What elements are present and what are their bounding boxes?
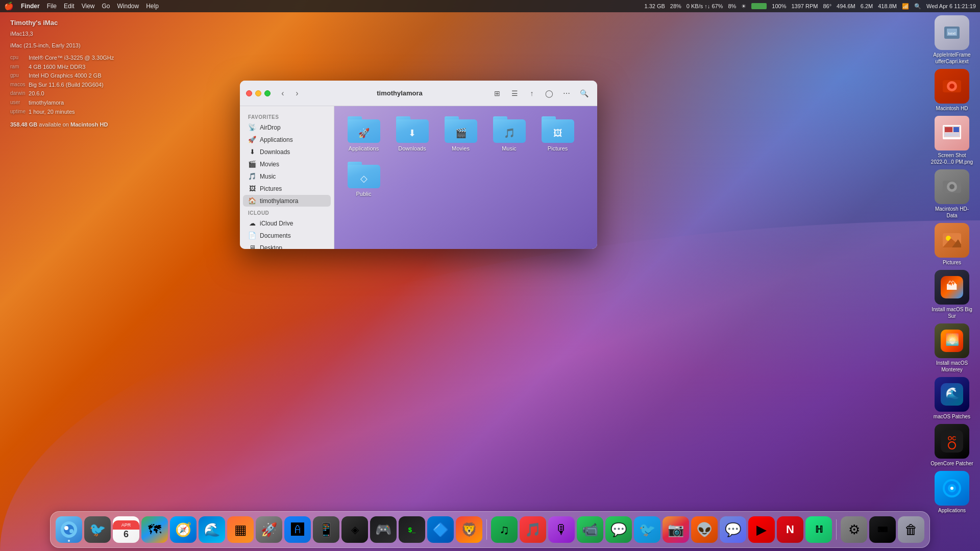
back-button[interactable]: ‹ <box>277 87 289 99</box>
sidebar-item-timothylamora-label: timothylamora <box>260 197 298 205</box>
sidebar-item-pictures[interactable]: 🖼 Pictures <box>243 183 331 194</box>
dock-trash[interactable]: 🗑 <box>898 516 924 543</box>
dock-discord[interactable]: 💬 <box>720 516 746 543</box>
dock-instagram[interactable]: 📷 <box>663 516 689 543</box>
dock-launchpad[interactable]: 🚀 <box>256 516 282 543</box>
dock-maps[interactable]: 🗺 <box>141 516 168 543</box>
sidebar-item-icloud-label: iCloud Drive <box>260 220 293 227</box>
folder-public-label: Public <box>356 191 372 197</box>
dock-safari[interactable]: 🧭 <box>170 516 197 543</box>
menubar-stats: 1.32 GB <box>644 3 665 9</box>
menubar-help[interactable]: Help <box>146 3 159 10</box>
desktop-icon-install-big-sur[interactable]: 🏔 Install macOS BigSur <box>929 270 975 319</box>
folder-public[interactable]: ◇ Public <box>345 162 383 197</box>
menubar-view[interactable]: View <box>82 3 95 10</box>
desktop-icon-screenshot[interactable]: Screen Shot2022-0...0 PM.png <box>929 116 975 165</box>
dock-reddit[interactable]: 👽 <box>691 516 718 543</box>
menubar-brightness[interactable]: ☀ <box>741 3 746 10</box>
dock-system-preferences[interactable]: ⚙ <box>841 516 867 543</box>
forward-button[interactable]: › <box>291 87 303 99</box>
folder-applications-label: Applications <box>349 145 379 152</box>
dock-twitter[interactable]: 🐦 <box>634 516 660 543</box>
desktop-icon-install-monterey[interactable]: 🌅 Install macOSMonterey <box>929 323 975 373</box>
svg-text:🌊: 🌊 <box>945 386 960 400</box>
dock-podcast[interactable]: 🎙 <box>548 516 575 543</box>
folder-pictures-icon: 🖼 <box>542 116 574 143</box>
dock-messages[interactable]: 💬 <box>605 516 632 543</box>
view-list-button[interactable]: ☰ <box>507 87 522 99</box>
pictures-folder-inner-icon: 🖼 <box>553 128 562 139</box>
dock-appstore[interactable]: 🅰 <box>284 516 311 543</box>
folder-applications[interactable]: 🚀 Applications <box>345 116 383 152</box>
desktop-icon-macintosh-hd[interactable]: Macintosh HD <box>929 69 975 112</box>
dock-netflix[interactable]: N <box>777 516 803 543</box>
dock-edge[interactable]: 🌊 <box>199 516 225 543</box>
menubar-wifi[interactable]: 📶 <box>902 3 909 10</box>
minimize-button[interactable] <box>255 90 261 96</box>
dock-music[interactable]: 🎵 <box>520 516 546 543</box>
dock-separator-1 <box>486 519 487 540</box>
dock-finder[interactable] <box>56 516 82 543</box>
desktop-icon-applications[interactable]: Applications <box>929 471 975 514</box>
menubar-edit[interactable]: Edit <box>64 3 75 10</box>
sidebar-item-icloud-drive[interactable]: ☁ iCloud Drive <box>243 217 331 229</box>
dock-arcade[interactable]: 🎮 <box>370 516 397 543</box>
sidebar-item-desktop-label: Desktop <box>260 244 282 249</box>
sidebar-item-music[interactable]: 🎵 Music <box>243 170 331 182</box>
folder-pictures[interactable]: 🖼 Pictures <box>538 116 577 152</box>
apple-menu[interactable]: 🍎 <box>4 2 14 11</box>
desktop-icon-install-monterey-label: Install macOSMonterey <box>936 360 968 373</box>
folder-movies[interactable]: 🎬 Movies <box>442 116 480 152</box>
sidebar-item-documents[interactable]: 📄 Documents <box>243 230 331 241</box>
dock-tiles[interactable]: ▦ <box>227 516 254 543</box>
sidebar-item-airdrop[interactable]: 📡 AirDrop <box>243 121 331 133</box>
desktop-icon-appleframe[interactable]: kext AppleIntelFrameufferCapri.kext <box>929 15 975 65</box>
dock-bird[interactable]: 🐦 <box>84 516 111 543</box>
sidebar-item-timothylamora[interactable]: 🏠 timothylamora <box>243 195 331 207</box>
desktop-icon-opencore[interactable]: OC OpenCore Patcher <box>929 424 975 467</box>
menubar-go[interactable]: Go <box>102 3 110 10</box>
sidebar-item-movies[interactable]: 🎬 Movies <box>243 158 331 170</box>
more-button[interactable]: ⋯ <box>559 87 574 99</box>
menubar-search[interactable]: 🔍 <box>914 3 921 10</box>
dock-youtube[interactable]: ▶ <box>748 516 775 543</box>
desktop-icon-macos-patches[interactable]: 🌊 macOS Patches <box>929 377 975 420</box>
tag-button[interactable]: ◯ <box>542 87 556 99</box>
dock-iterm[interactable]: ⌨ <box>869 516 896 543</box>
menubar-window[interactable]: Window <box>117 3 139 10</box>
sidebar-item-applications[interactable]: 🚀 Applications <box>243 134 331 145</box>
sidebar-item-desktop[interactable]: 🖥 Desktop <box>243 242 331 249</box>
close-button[interactable] <box>246 90 252 96</box>
desktop-icon-macos-patches-label: macOS Patches <box>934 413 970 420</box>
dock-hulu[interactable]: ℍ <box>805 516 832 543</box>
dock-facetime[interactable]: 📹 <box>577 516 603 543</box>
search-button[interactable]: 🔍 <box>577 87 591 99</box>
dock-calendar[interactable]: APR 6 <box>113 516 139 543</box>
folder-music[interactable]: 🎵 Music <box>490 116 528 152</box>
menubar-swap: 6.2M <box>861 3 873 9</box>
maximize-button[interactable] <box>264 90 271 96</box>
sidebar-item-downloads[interactable]: ⬇ Downloads <box>243 146 331 158</box>
dock-spotify[interactable]: ♫ <box>491 516 518 543</box>
desktop-icon-pictures[interactable]: Pictures <box>929 223 975 266</box>
dock-brave[interactable]: 🦁 <box>456 516 482 543</box>
dock-ios-apps[interactable]: 📱 <box>313 516 339 543</box>
share-button[interactable]: ↑ <box>525 87 539 99</box>
favorites-header: Favorites <box>240 111 334 121</box>
pictures-icon: 🖼 <box>248 185 256 192</box>
dock-terminal[interactable]: $_ <box>399 516 425 543</box>
finder-body: Favorites 📡 AirDrop 🚀 Applications ⬇ Dow… <box>240 106 597 249</box>
dock-finder-dot <box>68 540 70 542</box>
dock-edge-dev[interactable]: 🔷 <box>427 516 454 543</box>
view-icons-button[interactable]: ⊞ <box>490 87 504 99</box>
movies-folder-inner-icon: 🎬 <box>455 128 467 139</box>
svg-point-34 <box>69 529 74 533</box>
desktop-icon-macintosh-hd-label: Macintosh HD <box>936 105 968 112</box>
menubar-finder[interactable]: Finder <box>21 3 40 10</box>
desktop-icon-macintosh-hd-data[interactable]: Macintosh HD-Data <box>929 169 975 219</box>
folder-downloads[interactable]: ⬇ Downloads <box>393 116 431 152</box>
sidebar-item-pictures-label: Pictures <box>260 185 282 192</box>
dock-altstore[interactable]: ◈ <box>341 516 368 543</box>
svg-point-33 <box>64 526 68 530</box>
menubar-file[interactable]: File <box>47 3 57 10</box>
